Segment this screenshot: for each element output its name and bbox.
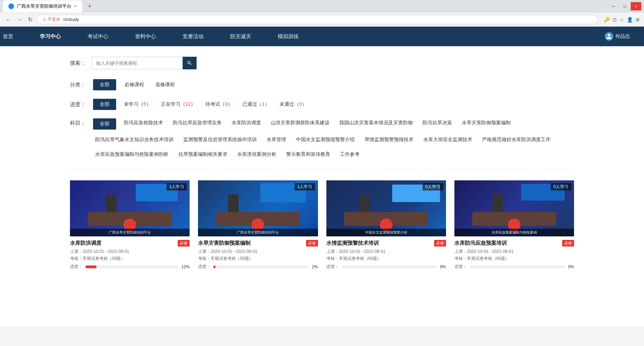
progress-all-btn[interactable]: 全部 <box>93 99 116 110</box>
close-button[interactable]: × <box>631 2 641 11</box>
course-info-3: 水情监测预警技术培训 必修 上课：2020-10-01 - 2021-06-01… <box>326 236 446 273</box>
new-tab-btn[interactable]: + <box>85 1 94 12</box>
subject-tag-17[interactable]: 警示教育和宣传教育 <box>284 150 332 159</box>
subject-tag-1[interactable]: 防汛抗旱应急管理实务 <box>171 118 224 130</box>
progress-row-3: 进度： 0% <box>326 264 446 270</box>
course-card-4[interactable]: 水库应急预案编制与抢险案例 0人学习 水库防汛应急预案培训 必修 上课：2020… <box>454 180 574 273</box>
course-title-row-1: 水库防洪调度 必修 <box>70 240 190 247</box>
subtitle-text-2: 广西水旱灾害防御培训平台 <box>237 230 279 235</box>
course-exam-2: 考核：常规试卷考核（58题） <box>198 256 318 262</box>
subject-tag-13[interactable]: 严格规范做好水库防洪调度工作 <box>480 135 553 144</box>
progress-pct-3: 0% <box>440 264 446 269</box>
subject-tag-4[interactable]: 我国山洪灾害基本情况及灾害防御 <box>337 118 415 130</box>
subject-tags: 全部 防汛应急抢险技术 防汛抗旱应急管理实务 水库防洪调度 山洪灾害群测群防体系… <box>93 118 574 159</box>
subject-tag-0[interactable]: 防汛应急抢险技术 <box>122 118 165 130</box>
required-badge-4: 必修 <box>562 240 574 247</box>
course-thumb-1: 广西水旱灾害防御培训平台 1人学习 <box>70 180 190 236</box>
subject-tag-7[interactable]: 防汛抗旱气象水文知识业务技术培训 <box>93 135 176 144</box>
maximize-button[interactable]: □ <box>620 2 630 11</box>
search-input-wrap <box>92 57 197 69</box>
subject-tag-18[interactable]: 工作参考 <box>338 150 362 159</box>
category-all-btn[interactable]: 全部 <box>93 79 116 90</box>
course-card-3[interactable]: 中国水文监测预报预警介绍 0人学习 水情监测预警技术培训 必修 上课：2020-… <box>326 180 446 273</box>
subject-tag-5[interactable]: 防汛抗旱决策 <box>420 118 454 130</box>
address-bar-icons: 🔑 ⊡ ☆ 👤 ⊗ <box>604 17 640 22</box>
url-text: /#/study <box>63 17 592 22</box>
site-nav: 首页 学习中心 考试中心 资料中心 竞赛活动 防灾减灾 模拟训练 何品志 <box>0 27 644 46</box>
browser-titlebar: 广西水旱灾害防御培训平台 × + ─ □ × <box>0 0 644 13</box>
category-filter-row: 分类： 全部 必修课程 选修课程 <box>70 79 574 90</box>
window-controls: ─ □ × <box>608 2 641 11</box>
subject-tag-6[interactable]: 水旱灾害防御预案编制 <box>460 118 513 130</box>
category-elective-btn[interactable]: 选修课程 <box>153 80 178 89</box>
nav-user[interactable]: 何品志 <box>605 32 630 41</box>
tab-close-btn[interactable]: × <box>74 4 77 9</box>
minimize-button[interactable]: ─ <box>608 2 619 11</box>
nav-item-exam[interactable]: 考试中心 <box>85 32 111 41</box>
course-thumb-4: 水库应急预案编制与抢险案例 0人学习 <box>454 180 574 236</box>
course-title-1: 水库防洪调度 <box>70 240 101 247</box>
main-content: 搜索： 分类： 全部 必修课程 选修课程 进度： 全部 未学习（5） 正在学习（… <box>0 46 644 326</box>
nav-item-simulation[interactable]: 模拟训练 <box>275 32 302 41</box>
person-3 <box>360 194 370 212</box>
search-button[interactable] <box>183 57 197 69</box>
progress-fill-2 <box>213 265 215 268</box>
course-title-row-2: 水旱灾害防御预案编制 必修 <box>198 240 318 247</box>
course-grid: 广西水旱灾害防御培训平台 1人学习 水库防洪调度 必修 上课：2020-10-0… <box>70 180 574 273</box>
progress-row-2: 进度： 2% <box>198 264 318 270</box>
category-required-btn[interactable]: 必修课程 <box>122 80 147 89</box>
person-2 <box>228 194 239 212</box>
subject-tag-3[interactable]: 山洪灾害群测群防体系建设 <box>269 118 332 130</box>
subject-tag-2[interactable]: 水库防洪调度 <box>229 118 263 130</box>
subject-filter-row: 科目： 全部 防汛应急抢险技术 防汛抗旱应急管理实务 水库防洪调度 山洪灾害群测… <box>70 118 574 159</box>
progress-pct-2: 2% <box>312 264 318 269</box>
nav-item-resources[interactable]: 资料中心 <box>132 32 159 41</box>
browser-tab[interactable]: 广西水旱灾害防御培训平台 × <box>3 0 82 12</box>
progress-pct-4: 0% <box>568 264 574 269</box>
learner-badge-4: 0人学习 <box>551 183 571 191</box>
course-exam-1: 考核：常规试卷考核（58题） <box>70 256 190 262</box>
course-info-2: 水旱灾害防御预案编制 必修 上课：2020-10-01 - 2021-06-01… <box>198 236 318 273</box>
course-card-1[interactable]: 广西水旱灾害防御培训平台 1人学习 水库防洪调度 必修 上课：2020-10-0… <box>70 180 190 273</box>
nav-item-disaster[interactable]: 防灾减灾 <box>227 32 254 41</box>
subject-tag-8[interactable]: 监测预警及信息管理系统操作培训 <box>181 135 259 144</box>
course-card-2[interactable]: 广西水旱灾害防御培训平台 1人学习 水旱灾害防御预案编制 必修 上课：2020-… <box>198 180 318 273</box>
progress-row-1: 进度： 12% <box>70 264 190 270</box>
subject-tag-16[interactable]: 水库溃坝案例分析 <box>235 150 278 159</box>
subject-label: 科目： <box>70 118 87 126</box>
progress-not-started[interactable]: 未学习（5） <box>122 100 153 109</box>
course-exam-3: 考核：常规试卷考核（60题） <box>326 256 446 262</box>
learner-badge-3: 0人学习 <box>423 183 443 191</box>
cast-icon: ⊡ <box>613 17 617 22</box>
progress-learning[interactable]: 正在学习（12） <box>159 100 198 109</box>
subject-tag-11[interactable]: 旱情监测预警预报技术 <box>362 135 416 144</box>
username-text: 何品志 <box>615 33 630 40</box>
progress-filter-row: 进度： 全部 未学习（5） 正在学习（12） 待考试（0） 已通过（1） 未通过… <box>70 99 574 110</box>
refresh-button[interactable]: ↻ <box>27 15 34 24</box>
subject-tag-14[interactable]: 水库应急预案编制与抢险案例剖析 <box>93 150 171 159</box>
nav-item-competition[interactable]: 竞赛活动 <box>180 32 206 41</box>
search-input[interactable] <box>92 57 183 69</box>
subject-tag-10[interactable]: 中国水文监测预报预警介绍 <box>294 135 357 144</box>
nav-item-study[interactable]: 学习中心 <box>37 32 64 41</box>
nav-item-home[interactable]: 首页 <box>0 32 16 41</box>
subject-all-btn[interactable]: 全部 <box>93 118 116 130</box>
subject-tag-12[interactable]: 水库大坝安全监测技术 <box>421 135 474 144</box>
subject-tag-15[interactable]: 抗旱预案编制相关要求 <box>176 150 229 159</box>
progress-bar-4 <box>470 265 565 268</box>
subtitle-text-1: 广西水旱灾害防御培训平台 <box>109 230 151 235</box>
tab-title: 广西水旱灾害防御培训平台 <box>17 3 71 9</box>
subtitle-text-3: 中国水文监测预报预警介绍 <box>365 230 407 235</box>
subject-tag-9[interactable]: 水库管理 <box>264 135 288 144</box>
subtitle-bar-1: 广西水旱灾害防御培训平台 <box>70 229 190 236</box>
back-button[interactable]: ← <box>4 15 13 24</box>
search-label: 搜索： <box>70 60 87 67</box>
course-info-1: 水库防洪调度 必修 上课：2020-10-01 - 2021-06-01 考核：… <box>70 236 190 273</box>
progress-passed[interactable]: 已通过（1） <box>240 100 272 109</box>
progress-failed[interactable]: 未通过（0） <box>277 100 309 109</box>
progress-pending-exam[interactable]: 待考试（0） <box>203 100 235 109</box>
forward-button[interactable]: → <box>15 15 24 24</box>
address-box[interactable]: ⚠ 不安全 /#/study <box>37 15 598 24</box>
person-4 <box>493 194 503 212</box>
course-thumb-2: 广西水旱灾害防御培训平台 1人学习 <box>198 180 318 236</box>
